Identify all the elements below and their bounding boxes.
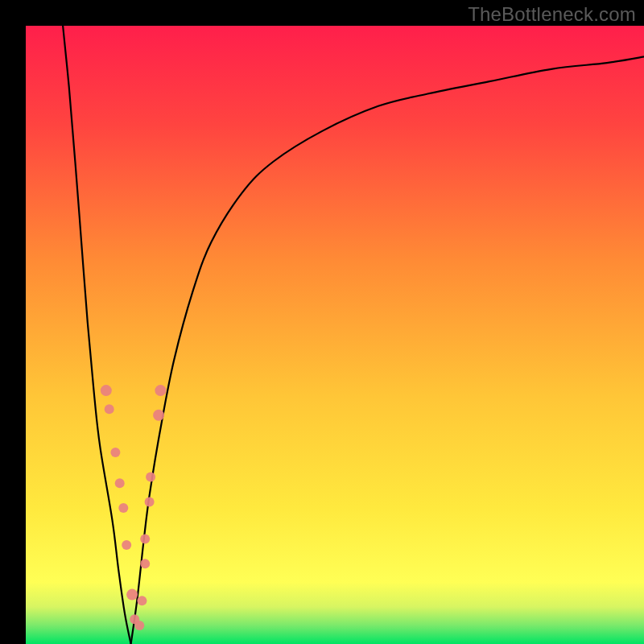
data-marker: [146, 473, 155, 482]
watermark-text: TheBottleneck.com: [468, 3, 636, 26]
data-marker: [134, 621, 144, 630]
data-marker: [137, 596, 147, 605]
plot-area: [26, 26, 644, 644]
data-marker: [140, 534, 150, 543]
data-marker: [153, 410, 164, 421]
data-marker: [145, 497, 155, 506]
data-marker: [118, 503, 128, 513]
data-marker: [155, 385, 166, 396]
data-marker: [140, 559, 150, 568]
data-marker: [115, 478, 125, 488]
chart-svg: [26, 26, 644, 644]
data-marker: [110, 448, 120, 457]
data-marker: [126, 589, 138, 601]
chart-frame: TheBottleneck.com: [0, 0, 644, 644]
gradient-background: [26, 26, 644, 644]
data-marker: [105, 404, 114, 414]
data-marker: [122, 540, 131, 550]
data-marker: [101, 385, 112, 396]
